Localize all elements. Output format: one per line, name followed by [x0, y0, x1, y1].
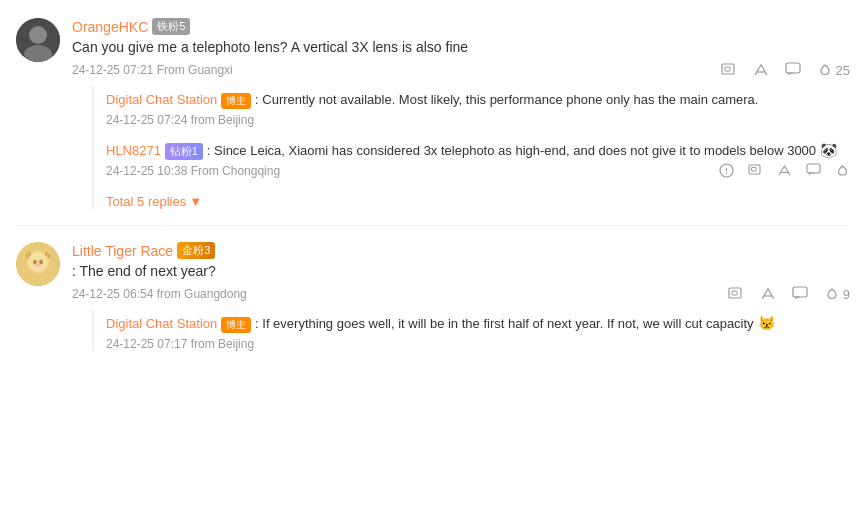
dropdown-icon: ▼ — [189, 194, 202, 209]
badge-diamond: 钻粉1 — [165, 143, 203, 160]
reply-item: Digital Chat Station 博主 : If everything … — [106, 310, 850, 351]
like-button[interactable] — [835, 163, 850, 178]
reply-header: Digital Chat Station 博主 : If everything … — [106, 314, 850, 334]
svg-rect-5 — [786, 63, 800, 73]
svg-point-1 — [29, 26, 47, 44]
divider — [16, 225, 850, 226]
share-icon — [728, 286, 744, 302]
emoji: 😾 — [758, 315, 775, 331]
total-replies-button[interactable]: Total 5 replies ▼ — [106, 194, 202, 209]
like-icon — [835, 163, 850, 178]
comment-button[interactable] — [785, 62, 801, 78]
avatar — [16, 242, 60, 286]
reply-username[interactable]: Digital Chat Station — [106, 316, 217, 331]
reply-item: HLN8271 钻粉1 : Since Leica, Xiaomi has co… — [106, 137, 850, 179]
share-icon — [721, 62, 737, 78]
username[interactable]: OrangeHKC — [72, 19, 148, 35]
reply-header: Digital Chat Station 博主 : Currently not … — [106, 90, 850, 110]
like-icon — [817, 62, 833, 78]
alert-icon — [719, 163, 734, 178]
like-button[interactable]: 9 — [824, 286, 850, 302]
comment-meta: 24-12-25 06:54 from Guangdong — [72, 287, 247, 301]
svg-point-19 — [35, 263, 41, 267]
svg-rect-11 — [807, 164, 820, 173]
comment-button[interactable] — [792, 286, 808, 302]
badge-blogger: 博主 — [221, 93, 251, 109]
comment-header: Little Tiger Race 金粉3 — [72, 242, 850, 259]
comment-body: OrangeHKC 铁粉5 Can you give me a telephot… — [72, 18, 850, 209]
reply-block: Digital Chat Station 博主 : Currently not … — [92, 86, 850, 209]
comment-section: OrangeHKC 铁粉5 Can you give me a telephot… — [0, 0, 866, 387]
username[interactable]: Little Tiger Race — [72, 243, 173, 259]
reply-text: : If everything goes well, it will be in… — [255, 316, 754, 331]
comment-actions: 25 — [721, 62, 850, 78]
like-icon — [824, 286, 840, 302]
like-count: 25 — [836, 63, 850, 78]
reply-block: Digital Chat Station 博主 : If everything … — [92, 310, 850, 351]
emoji: 🐼 — [820, 142, 837, 158]
meta-action-row: 24-12-25 07:21 From Guangxi — [72, 58, 850, 78]
comment-item: Little Tiger Race 金粉3 : The end of next … — [16, 234, 850, 361]
forward-button[interactable] — [753, 62, 769, 78]
svg-point-8 — [726, 172, 728, 174]
forward-icon — [753, 62, 769, 78]
badge-gold: 金粉3 — [177, 242, 215, 259]
svg-point-16 — [28, 252, 48, 272]
badge-silver: 铁粉5 — [152, 18, 190, 35]
meta-action-row: 24-12-25 06:54 from Guangdong — [72, 282, 850, 302]
reply-username[interactable]: HLN8271 — [106, 143, 161, 158]
comment-header: OrangeHKC 铁粉5 — [72, 18, 850, 35]
comment-text: : The end of next year? — [72, 261, 850, 282]
reply-header: HLN8271 钻粉1 : Since Leica, Xiaomi has co… — [106, 141, 850, 161]
forward-icon — [777, 163, 792, 178]
comment-icon — [785, 62, 801, 78]
comment-icon — [806, 163, 821, 178]
alert-button[interactable] — [719, 163, 734, 178]
reply-text: : Since Leica, Xiaomi has considered 3x … — [207, 143, 816, 158]
forward-icon — [760, 286, 776, 302]
like-button[interactable]: 25 — [817, 62, 850, 78]
svg-rect-22 — [793, 287, 807, 297]
reply-meta: 24-12-25 10:38 From Chongqing — [106, 164, 280, 178]
comment-button[interactable] — [806, 163, 821, 178]
reply-text: : Currently not available. Most likely, … — [255, 92, 758, 107]
svg-rect-3 — [722, 64, 734, 74]
reply-meta: 24-12-25 07:17 from Beijing — [106, 337, 850, 351]
forward-button[interactable] — [777, 163, 792, 178]
total-replies-text: Total 5 replies — [106, 194, 186, 209]
svg-rect-20 — [729, 288, 741, 298]
reply-item: Digital Chat Station 博主 : Currently not … — [106, 86, 850, 127]
svg-rect-4 — [725, 67, 730, 71]
comment-text: Can you give me a telephoto lens? A vert… — [72, 37, 850, 58]
comment-meta: 24-12-25 07:21 From Guangxi — [72, 63, 233, 77]
avatar — [16, 18, 60, 62]
share-icon — [748, 163, 763, 178]
svg-rect-10 — [752, 168, 757, 172]
share-button[interactable] — [721, 62, 737, 78]
svg-rect-21 — [732, 291, 737, 295]
reply-username[interactable]: Digital Chat Station — [106, 92, 217, 107]
comment-body: Little Tiger Race 金粉3 : The end of next … — [72, 242, 850, 361]
share-button[interactable] — [748, 163, 763, 178]
comment-actions: 9 — [728, 286, 850, 302]
badge-blogger: 博主 — [221, 317, 251, 333]
forward-button[interactable] — [760, 286, 776, 302]
svg-rect-9 — [749, 165, 760, 174]
reply-meta-action-row: 24-12-25 10:38 From Chongqing — [106, 160, 850, 178]
reply-actions — [719, 163, 850, 178]
comment-item: OrangeHKC 铁粉5 Can you give me a telephot… — [16, 10, 850, 209]
share-button[interactable] — [728, 286, 744, 302]
comment-icon — [792, 286, 808, 302]
reply-meta: 24-12-25 07:24 from Beijing — [106, 113, 850, 127]
like-count: 9 — [843, 287, 850, 302]
